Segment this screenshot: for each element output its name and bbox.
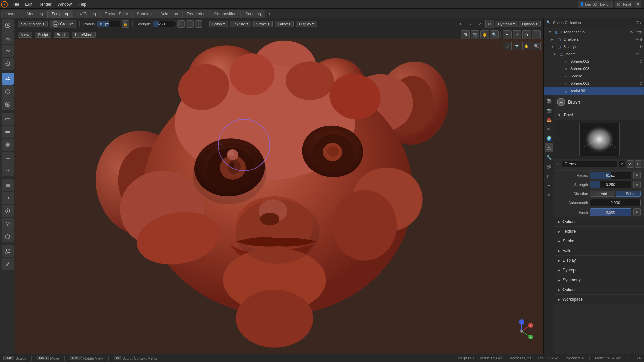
brush-menu-btn[interactable]: Brush bbox=[54, 32, 69, 38]
xyz-z-btn[interactable]: Z bbox=[476, 20, 484, 28]
shading-wire-btn[interactable]: ◎ bbox=[513, 30, 521, 39]
tree-item-heart[interactable]: ▶ △ heart 👁 ⬡ bbox=[544, 50, 644, 58]
link-icon-7[interactable]: ⬡ bbox=[640, 74, 643, 78]
collapsible-header-7[interactable]: ▶ Options bbox=[554, 285, 644, 294]
strength-edit-btn[interactable]: ✎ bbox=[633, 181, 641, 188]
tool-rotate[interactable] bbox=[2, 218, 14, 230]
xyz-y-btn[interactable]: Y bbox=[466, 20, 475, 28]
loupe-icon-btn[interactable]: 🔍 bbox=[532, 42, 541, 50]
options-btn[interactable]: Options ▾ bbox=[519, 21, 541, 27]
tool-clay-strips[interactable] bbox=[2, 126, 14, 138]
tool-annotate[interactable] bbox=[2, 258, 14, 270]
radius-edit-btn[interactable]: ✎ bbox=[633, 172, 641, 179]
tool-layer[interactable] bbox=[2, 179, 14, 191]
proportional-edit-btn[interactable]: ⊙ bbox=[485, 20, 494, 28]
brush-fake-user-btn[interactable]: F bbox=[635, 160, 642, 168]
collapsible-header-0[interactable]: ▶ Options bbox=[554, 217, 644, 226]
tool-nudge[interactable] bbox=[2, 192, 14, 204]
grab-icon-btn[interactable]: ✋ bbox=[522, 42, 531, 50]
outliner-sort-btn[interactable]: ↕ bbox=[640, 20, 642, 25]
tool-smooth[interactable] bbox=[2, 45, 14, 57]
display-btn[interactable]: Display ▾ bbox=[296, 21, 317, 27]
collapsible-header-2[interactable]: ▶ Stroke bbox=[554, 236, 644, 246]
collapsible-header-1[interactable]: ▶ Texture bbox=[554, 227, 644, 236]
texture-btn[interactable]: Texture ▾ bbox=[230, 21, 251, 27]
eye-icon-2[interactable]: 👁 bbox=[635, 37, 639, 42]
hide-mask-menu-btn[interactable]: Hide/Mask bbox=[72, 32, 96, 38]
brush-name-field[interactable] bbox=[562, 161, 617, 167]
eye-icon-4[interactable]: 👁 bbox=[635, 52, 639, 56]
collapsible-header-5[interactable]: ▶ Dyntopo bbox=[554, 265, 644, 275]
props-icon-view[interactable]: 👁 bbox=[545, 125, 553, 133]
tab-scripting[interactable]: Scripting bbox=[241, 10, 265, 18]
brush-unlink-btn[interactable]: ✕ bbox=[643, 160, 644, 168]
view-menu-btn[interactable]: View bbox=[18, 32, 32, 38]
link-icon-9[interactable]: ⬡ bbox=[640, 89, 643, 93]
radius-slider[interactable]: 81 px bbox=[590, 172, 631, 179]
dyntopo-btn[interactable]: Dyntopo ▾ bbox=[495, 21, 518, 27]
strength-value-input[interactable]: 0.250 bbox=[153, 21, 176, 27]
strength-pressure-btn[interactable]: ⬡ bbox=[177, 20, 185, 28]
camera-btn[interactable]: 📷 bbox=[471, 30, 479, 39]
tool-blob[interactable] bbox=[2, 85, 14, 98]
radius-lock-btn[interactable]: 🔓 bbox=[122, 20, 129, 28]
tab-uv-editing[interactable]: UV Editing bbox=[72, 10, 100, 18]
tab-shading[interactable]: Shading bbox=[132, 10, 156, 18]
props-icon-object-data[interactable]: △ bbox=[545, 143, 553, 152]
link-icon-6[interactable]: ⬡ bbox=[640, 67, 643, 71]
eye-icon-3[interactable]: 👁 bbox=[639, 45, 643, 49]
link-icon-5[interactable]: ⬡ bbox=[640, 60, 643, 63]
close-btn[interactable]: ✕ bbox=[634, 1, 641, 8]
shading-material-btn[interactable]: ◑ bbox=[522, 30, 531, 39]
tab-modeling[interactable]: Modeling bbox=[22, 10, 47, 18]
strength-sub-btn[interactable]: − bbox=[195, 20, 202, 28]
tab-compositing[interactable]: Compositing bbox=[210, 10, 241, 18]
tab-texture-paint[interactable]: Texture Paint bbox=[100, 10, 132, 18]
stroke-btn[interactable]: Stroke ▾ bbox=[253, 21, 273, 27]
tab-animation[interactable]: Animation bbox=[156, 10, 182, 18]
camera-icon-btn[interactable]: 📷 bbox=[513, 42, 521, 50]
add-tab-btn[interactable]: + bbox=[265, 10, 273, 18]
props-icon-render[interactable]: 📷 bbox=[545, 106, 553, 115]
viewport-canvas[interactable]: ◎ 🧲 Z X bbox=[15, 39, 543, 354]
strength-add-btn[interactable]: + bbox=[186, 20, 194, 28]
cursor-icon-1[interactable]: ⊕ bbox=[634, 30, 637, 34]
menu-edit[interactable]: Edit bbox=[22, 1, 35, 7]
tool-scrape[interactable] bbox=[2, 152, 14, 164]
orientation-gizmo[interactable]: Z X Y bbox=[506, 316, 537, 347]
tree-item-sculpt001[interactable]: △ sculpt.001 ⬡ bbox=[544, 87, 644, 95]
sculpt-menu-btn[interactable]: Sculpt bbox=[35, 32, 51, 38]
numpad-icon-btn[interactable]: ⊞ bbox=[503, 42, 512, 50]
collapsible-header-8[interactable]: ▶ Workspace bbox=[554, 295, 644, 304]
props-icon-particles[interactable]: ✦ bbox=[545, 181, 553, 190]
brush-btn[interactable]: Brush ▾ bbox=[209, 21, 228, 27]
collapsible-header-4[interactable]: ▶ Display bbox=[554, 256, 644, 265]
tree-item-sphere[interactable]: ○ Sphere ⬡ bbox=[544, 72, 644, 80]
tab-layout[interactable]: Layout bbox=[1, 10, 22, 18]
link-icon-4[interactable]: ⬡ bbox=[640, 52, 643, 56]
tree-item-sphere001[interactable]: ○ Sphere.001 ⬡ bbox=[544, 80, 644, 87]
brush-thumbnail[interactable] bbox=[579, 123, 620, 156]
tree-item-sculpt[interactable]: ▼ ◫ 3 sculpt 👁 bbox=[544, 43, 644, 50]
tree-item-helpers[interactable]: ▶ ◫ 2 helpers 👁 ⊕ bbox=[544, 36, 644, 43]
falloff-btn[interactable]: Falloff ▾ bbox=[275, 21, 294, 27]
tree-item-sphere003[interactable]: ○ Sphere.003 ⬡ bbox=[544, 65, 644, 72]
tool-multiplane-scrape[interactable] bbox=[2, 164, 14, 176]
tool-fill[interactable] bbox=[2, 139, 14, 151]
menu-render[interactable]: Render bbox=[36, 1, 54, 7]
props-icon-world[interactable]: 🌍 bbox=[545, 134, 553, 143]
render-title[interactable]: R - Final bbox=[615, 1, 633, 8]
brush-check-btn[interactable]: ✓ bbox=[627, 160, 634, 168]
tool-mask[interactable] bbox=[2, 245, 14, 257]
props-icon-object[interactable]: ◻ bbox=[545, 172, 553, 180]
brush-settings-header[interactable]: ▼ Brush bbox=[554, 110, 644, 120]
tool-draw[interactable] bbox=[2, 19, 14, 32]
numpad-btn[interactable]: ⊞ bbox=[461, 30, 470, 39]
props-icon-modifier[interactable]: 🔧 bbox=[545, 153, 553, 162]
autosmooth-slider[interactable]: 0.000 bbox=[590, 199, 641, 206]
link-icon-8[interactable]: ⬡ bbox=[640, 82, 643, 85]
tool-inflate[interactable] bbox=[2, 98, 14, 110]
grab-btn[interactable]: ✋ bbox=[480, 30, 489, 39]
tool-crease[interactable] bbox=[2, 73, 14, 85]
menu-window[interactable]: Window bbox=[55, 1, 74, 7]
